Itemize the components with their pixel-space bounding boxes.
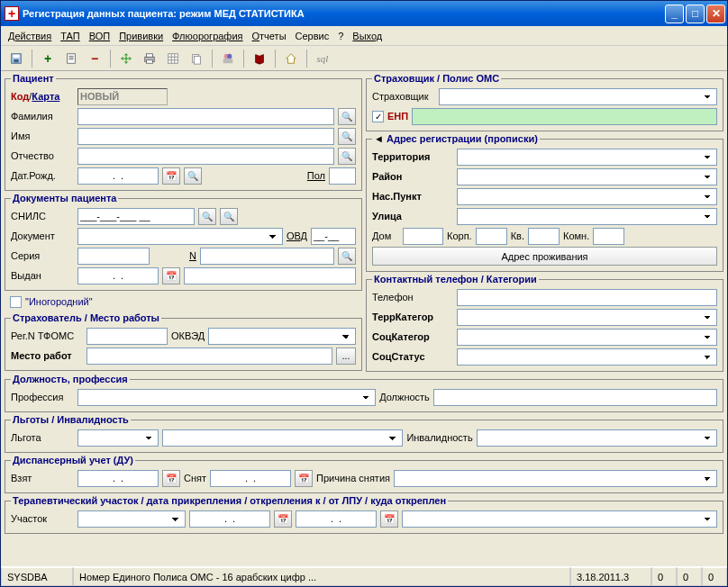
status-user: SYSDBA [1,567,73,586]
attach-calendar-icon[interactable]: 📅 [274,510,292,528]
main-window: + Регистрация данных пациента: режим МЕД… [0,0,728,587]
territory-select[interactable] [457,149,717,166]
series-search-icon[interactable]: 🔍 [338,248,356,265]
snils-search1-icon[interactable]: 🔍 [198,208,216,225]
export-excel-icon[interactable] [163,49,183,68]
removal-reason-select[interactable] [394,470,717,487]
profession-select[interactable] [77,389,376,406]
close-button[interactable]: ✕ [706,5,725,23]
print-icon[interactable] [140,49,159,68]
phone-input[interactable] [457,289,717,306]
people-icon[interactable] [218,49,238,68]
taken-date-input[interactable] [77,470,159,487]
menu-actions[interactable]: Действия [8,31,51,41]
soccat-select[interactable] [457,329,717,346]
post-input[interactable] [433,389,717,406]
removed-date-input[interactable] [210,470,291,487]
patronymic-search-icon[interactable]: 🔍 [338,148,356,165]
menu-service[interactable]: Сервис [296,31,330,41]
detach-to-select[interactable] [402,510,717,528]
series-input[interactable] [77,248,150,265]
sql-icon[interactable]: sql [313,49,332,68]
regn-input[interactable] [86,328,168,345]
menu-reports[interactable]: Отчеты [252,31,287,41]
save-icon[interactable] [6,49,26,68]
nonresident-checkbox[interactable]: "Иногородний" [10,296,93,308]
new-icon[interactable]: + [38,49,58,68]
menu-fluorography[interactable]: Флюорография [172,31,242,41]
enp-checkbox[interactable]: ✓ [372,111,384,122]
issued-calendar-icon[interactable]: 📅 [162,267,180,284]
document-icon[interactable] [61,49,81,68]
patronymic-input[interactable] [77,148,334,165]
lastname-input[interactable] [77,108,334,125]
patronymic-label: Отчество [11,150,74,161]
rayon-select[interactable] [457,168,717,185]
komn-input[interactable] [593,228,624,245]
dob-search-icon[interactable]: 🔍 [184,167,202,185]
ovd-input[interactable] [311,228,356,245]
post-label: Должность [379,392,430,402]
menu-exit[interactable]: Выход [352,31,382,41]
series-number-input[interactable] [200,248,334,265]
okved-select[interactable] [208,328,356,345]
menu-privivki[interactable]: Прививки [119,31,163,41]
issued-date-input[interactable] [77,267,159,284]
street-select[interactable] [457,208,717,225]
enp-input[interactable] [412,108,717,125]
sex-input[interactable] [329,167,356,185]
document-select[interactable] [77,228,283,245]
issued-by-input[interactable] [184,267,356,284]
book-icon[interactable] [250,49,269,68]
patient-code-input[interactable] [77,88,168,105]
residence-address-button[interactable]: Адрес проживания [372,247,717,266]
terrcat-select[interactable] [457,309,717,326]
karta-link[interactable]: Карта [32,91,59,102]
korp-input[interactable] [476,228,507,245]
series-n-label: N [189,250,196,261]
house-input[interactable] [403,228,443,245]
menu-vop[interactable]: ВОП [89,31,110,41]
workplace-input[interactable] [86,348,332,365]
dob-input[interactable] [77,167,159,185]
statusbar: SYSDBA Номер Единого Полиса ОМС - 16 ара… [1,566,727,586]
position-legend: Должность, профессия [11,374,130,384]
invalidity-select[interactable] [477,429,717,447]
socstat-select[interactable] [457,348,717,366]
move-icon[interactable] [116,49,136,68]
svg-rect-5 [147,53,153,57]
taken-calendar-icon[interactable]: 📅 [162,470,180,487]
delete-icon[interactable]: − [85,49,105,68]
svg-rect-12 [223,59,233,63]
insurer-select[interactable] [439,88,717,105]
lastname-search-icon[interactable]: 🔍 [338,108,356,125]
copy-icon[interactable] [187,49,206,68]
house-label: Дом [372,230,399,241]
maximize-button[interactable]: □ [686,5,705,23]
attach-date-input[interactable] [189,510,270,528]
firstname-search-icon[interactable]: 🔍 [338,128,356,145]
menu-help[interactable]: ? [338,31,343,41]
lgota-select[interactable] [162,429,403,447]
soccat-label: СоцКатегор [372,331,453,342]
workplace-browse-button[interactable]: ... [336,348,356,365]
ovd-label: ОВД [287,230,307,241]
kv-input[interactable] [528,228,560,245]
documents-legend: Документы пациента [11,193,118,203]
lgota-label: Льгота [11,432,74,443]
uchastok-select[interactable] [77,510,186,528]
detach-calendar-icon[interactable]: 📅 [380,510,398,528]
firstname-input[interactable] [77,128,334,145]
lgota-code-select[interactable] [77,429,159,447]
minimize-button[interactable]: _ [665,5,684,23]
client-area: Пациент Код/Карта Фамилия 🔍 Имя 🔍 [1,71,727,566]
removed-calendar-icon[interactable]: 📅 [295,470,313,487]
dob-calendar-icon[interactable]: 📅 [162,167,180,185]
home-icon[interactable] [281,49,301,68]
documents-group: Документы пациента СНИЛС 🔍 🔍 Документ ОВ… [5,193,362,291]
detach-date-input[interactable] [296,510,377,528]
snils-input[interactable] [77,208,195,225]
naspunkt-select[interactable] [457,188,717,205]
menu-tap[interactable]: ТАП [60,31,79,41]
snils-search2-icon[interactable]: 🔍 [220,208,238,225]
